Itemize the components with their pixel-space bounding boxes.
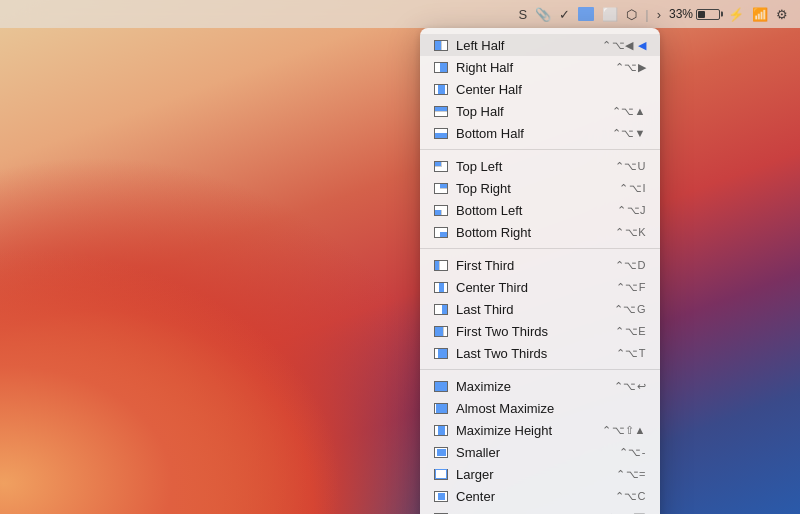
center-shortcut: ⌃⌥C bbox=[615, 490, 646, 503]
menu-item-smaller[interactable]: Smaller ⌃⌥- bbox=[420, 441, 660, 463]
larger-label: Larger bbox=[456, 467, 616, 482]
menu-item-last-third[interactable]: Last Third ⌃⌥G bbox=[420, 298, 660, 320]
last-third-icon bbox=[428, 301, 448, 317]
first-third-icon bbox=[428, 257, 448, 273]
smaller-label: Smaller bbox=[456, 445, 619, 460]
battery-fill bbox=[698, 11, 705, 18]
top-right-label: Top Right bbox=[456, 181, 619, 196]
menubar-icons: S 📎 ✓ ⬜ ⬡ | › 33% ⚡ 📶 ⚙ bbox=[519, 7, 788, 22]
menu-item-left-half[interactable]: Left Half ⌃⌥◀ ◀ bbox=[420, 34, 660, 56]
menu-item-center-third[interactable]: Center Third ⌃⌥F bbox=[420, 276, 660, 298]
first-two-thirds-icon bbox=[428, 323, 448, 339]
bottom-right-icon bbox=[428, 224, 448, 240]
rectangle-menu: Left Half ⌃⌥◀ ◀ Right Half ⌃⌥▶ Center Ha… bbox=[420, 28, 660, 514]
check-icon[interactable]: ✓ bbox=[559, 7, 570, 22]
menu-item-bottom-half[interactable]: Bottom Half ⌃⌥▼ bbox=[420, 122, 660, 144]
left-half-label: Left Half bbox=[456, 38, 602, 53]
top-left-label: Top Left bbox=[456, 159, 615, 174]
first-two-thirds-label: First Two Thirds bbox=[456, 324, 615, 339]
almost-maximize-icon bbox=[428, 400, 448, 416]
layers-icon[interactable]: ⬡ bbox=[626, 7, 637, 22]
first-third-label: First Third bbox=[456, 258, 615, 273]
paperclip-icon[interactable]: 📎 bbox=[535, 7, 551, 22]
maximize-label: Maximize bbox=[456, 379, 614, 394]
divider-2 bbox=[420, 248, 660, 249]
bottom-right-label: Bottom Right bbox=[456, 225, 615, 240]
restore-icon bbox=[428, 510, 448, 514]
top-left-shortcut: ⌃⌥U bbox=[615, 160, 646, 173]
top-half-label: Top Half bbox=[456, 104, 612, 119]
wallpaper bbox=[0, 0, 800, 514]
center-third-shortcut: ⌃⌥F bbox=[616, 281, 646, 294]
last-two-thirds-label: Last Two Thirds bbox=[456, 346, 616, 361]
menu-item-top-left[interactable]: Top Left ⌃⌥U bbox=[420, 155, 660, 177]
menu-item-first-two-thirds[interactable]: First Two Thirds ⌃⌥E bbox=[420, 320, 660, 342]
crop-icon[interactable]: ⬜ bbox=[602, 7, 618, 22]
larger-icon bbox=[428, 466, 448, 482]
menu-item-restore[interactable]: Restore ⌃⌥⌫ bbox=[420, 507, 660, 514]
right-half-shortcut: ⌃⌥▶ bbox=[615, 61, 647, 74]
bottom-half-shortcut: ⌃⌥▼ bbox=[612, 127, 646, 140]
menu-item-first-third[interactable]: First Third ⌃⌥D bbox=[420, 254, 660, 276]
larger-shortcut: ⌃⌥= bbox=[616, 468, 646, 481]
other-section: Maximize ⌃⌥↩ Almost Maximize Maximize He… bbox=[420, 373, 660, 514]
menu-item-maximize-height[interactable]: Maximize Height ⌃⌥⇧▲ bbox=[420, 419, 660, 441]
last-third-label: Last Third bbox=[456, 302, 614, 317]
menu-item-almost-maximize[interactable]: Almost Maximize bbox=[420, 397, 660, 419]
maximize-icon bbox=[428, 378, 448, 394]
right-half-icon bbox=[428, 59, 448, 75]
left-half-icon bbox=[428, 37, 448, 53]
battery-bar bbox=[696, 9, 720, 20]
restore-label: Restore bbox=[456, 511, 607, 515]
battery-indicator: 33% bbox=[669, 7, 720, 21]
first-two-thirds-shortcut: ⌃⌥E bbox=[615, 325, 646, 338]
divider-1 bbox=[420, 149, 660, 150]
maximize-height-icon bbox=[428, 422, 448, 438]
rectangle-icon[interactable] bbox=[578, 7, 594, 21]
last-two-thirds-icon bbox=[428, 345, 448, 361]
menu-item-top-half[interactable]: Top Half ⌃⌥▲ bbox=[420, 100, 660, 122]
menu-item-right-half[interactable]: Right Half ⌃⌥▶ bbox=[420, 56, 660, 78]
battery-percent: 33% bbox=[669, 7, 693, 21]
top-right-shortcut: ⌃⌥I bbox=[619, 182, 646, 195]
top-half-icon bbox=[428, 103, 448, 119]
control-center-icon[interactable]: ⚙ bbox=[776, 7, 788, 22]
center-third-label: Center Third bbox=[456, 280, 616, 295]
right-half-label: Right Half bbox=[456, 60, 615, 75]
bottom-left-shortcut: ⌃⌥J bbox=[617, 204, 646, 217]
center-third-icon bbox=[428, 279, 448, 295]
thirds-section: First Third ⌃⌥D Center Third ⌃⌥F Last Th… bbox=[420, 252, 660, 366]
bluetooth-icon[interactable]: ⚡ bbox=[728, 7, 744, 22]
chevron-right-icon[interactable]: › bbox=[657, 7, 661, 22]
center-half-label: Center Half bbox=[456, 82, 646, 97]
menu-item-center-half[interactable]: Center Half bbox=[420, 78, 660, 100]
speeko-icon[interactable]: S bbox=[519, 7, 528, 22]
menu-item-last-two-thirds[interactable]: Last Two Thirds ⌃⌥T bbox=[420, 342, 660, 364]
last-two-thirds-shortcut: ⌃⌥T bbox=[616, 347, 646, 360]
smaller-shortcut: ⌃⌥- bbox=[619, 446, 646, 459]
center-half-icon bbox=[428, 81, 448, 97]
menu-item-larger[interactable]: Larger ⌃⌥= bbox=[420, 463, 660, 485]
maximize-height-shortcut: ⌃⌥⇧▲ bbox=[602, 424, 646, 437]
top-right-icon bbox=[428, 180, 448, 196]
bottom-left-icon bbox=[428, 202, 448, 218]
menu-item-bottom-right[interactable]: Bottom Right ⌃⌥K bbox=[420, 221, 660, 243]
bottom-right-shortcut: ⌃⌥K bbox=[615, 226, 646, 239]
bottom-half-icon bbox=[428, 125, 448, 141]
menu-item-top-right[interactable]: Top Right ⌃⌥I bbox=[420, 177, 660, 199]
wifi-icon[interactable]: 📶 bbox=[752, 7, 768, 22]
menu-item-maximize[interactable]: Maximize ⌃⌥↩ bbox=[420, 375, 660, 397]
center-icon bbox=[428, 488, 448, 504]
last-third-shortcut: ⌃⌥G bbox=[614, 303, 646, 316]
center-label: Center bbox=[456, 489, 615, 504]
first-third-shortcut: ⌃⌥D bbox=[615, 259, 646, 272]
menubar: S 📎 ✓ ⬜ ⬡ | › 33% ⚡ 📶 ⚙ bbox=[0, 0, 800, 28]
top-left-icon bbox=[428, 158, 448, 174]
separator-icon: | bbox=[645, 7, 648, 22]
menu-item-bottom-left[interactable]: Bottom Left ⌃⌥J bbox=[420, 199, 660, 221]
quarters-section: Top Left ⌃⌥U Top Right ⌃⌥I Bottom Left ⌃… bbox=[420, 153, 660, 245]
halves-section: Left Half ⌃⌥◀ ◀ Right Half ⌃⌥▶ Center Ha… bbox=[420, 32, 660, 146]
bottom-left-label: Bottom Left bbox=[456, 203, 617, 218]
menu-item-center[interactable]: Center ⌃⌥C bbox=[420, 485, 660, 507]
left-half-shortcut: ⌃⌥◀ ◀ bbox=[602, 39, 646, 52]
